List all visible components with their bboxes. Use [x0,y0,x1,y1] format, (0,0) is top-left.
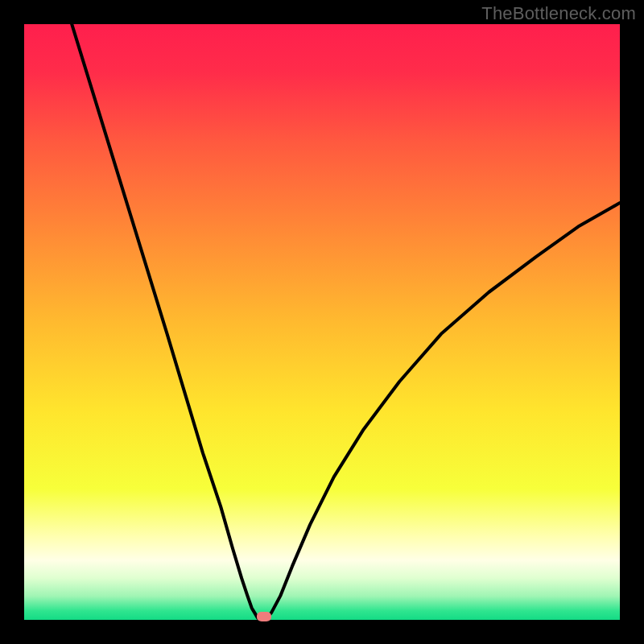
chart-stage: TheBottleneck.com [0,0,644,644]
bottleneck-curve [24,24,620,620]
optimum-marker-icon [257,612,271,621]
plot-area [24,24,620,620]
watermark-text: TheBottleneck.com [481,3,636,24]
